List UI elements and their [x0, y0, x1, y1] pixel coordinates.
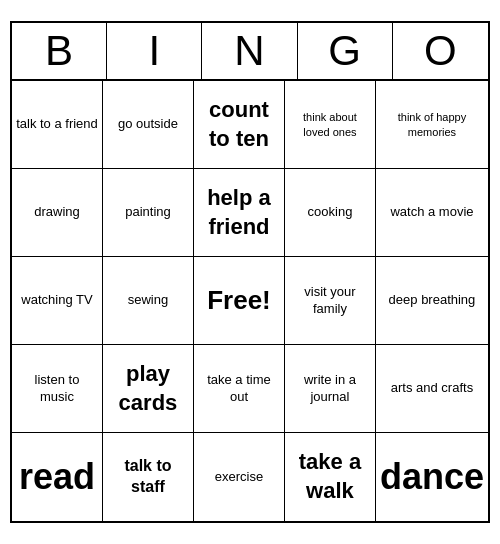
bingo-cell-3[interactable]: think about loved ones — [285, 81, 376, 169]
bingo-cell-12[interactable]: Free! — [194, 257, 285, 345]
bingo-cell-7[interactable]: help a friend — [194, 169, 285, 257]
bingo-cell-24[interactable]: dance — [376, 433, 488, 521]
bingo-cell-14[interactable]: deep breathing — [376, 257, 488, 345]
bingo-cell-11[interactable]: sewing — [103, 257, 194, 345]
bingo-cell-0[interactable]: talk to a friend — [12, 81, 103, 169]
letter-g: G — [298, 23, 393, 79]
bingo-cell-2[interactable]: count to ten — [194, 81, 285, 169]
bingo-cell-23[interactable]: take a walk — [285, 433, 376, 521]
bingo-cell-15[interactable]: listen to music — [12, 345, 103, 433]
bingo-cell-19[interactable]: arts and crafts — [376, 345, 488, 433]
bingo-cell-21[interactable]: talk to staff — [103, 433, 194, 521]
bingo-grid: talk to a friendgo outsidecount to tenth… — [12, 81, 488, 521]
bingo-cell-4[interactable]: think of happy memories — [376, 81, 488, 169]
bingo-cell-6[interactable]: painting — [103, 169, 194, 257]
letter-n: N — [202, 23, 297, 79]
bingo-cell-1[interactable]: go outside — [103, 81, 194, 169]
letter-b: B — [12, 23, 107, 79]
bingo-card: B I N G O talk to a friendgo outsidecoun… — [10, 21, 490, 523]
bingo-cell-20[interactable]: read — [12, 433, 103, 521]
bingo-cell-17[interactable]: take a time out — [194, 345, 285, 433]
bingo-cell-22[interactable]: exercise — [194, 433, 285, 521]
bingo-cell-9[interactable]: watch a movie — [376, 169, 488, 257]
bingo-cell-5[interactable]: drawing — [12, 169, 103, 257]
bingo-cell-8[interactable]: cooking — [285, 169, 376, 257]
bingo-cell-10[interactable]: watching TV — [12, 257, 103, 345]
letter-i: I — [107, 23, 202, 79]
bingo-cell-16[interactable]: play cards — [103, 345, 194, 433]
bingo-cell-18[interactable]: write in a journal — [285, 345, 376, 433]
letter-o: O — [393, 23, 488, 79]
bingo-header: B I N G O — [12, 23, 488, 81]
bingo-cell-13[interactable]: visit your family — [285, 257, 376, 345]
